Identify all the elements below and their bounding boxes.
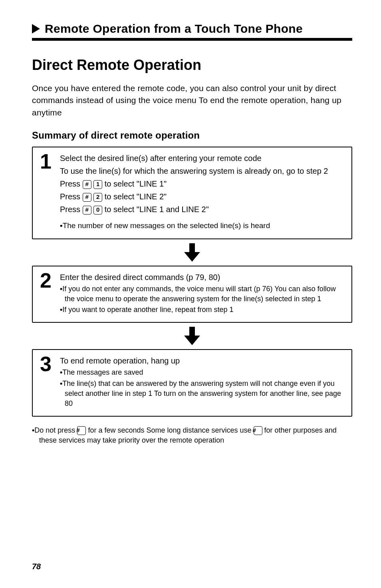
footnote: •Do not press # for a few seconds Some l… (32, 425, 352, 445)
step-3-line-1: To end remote operation, hang up (60, 355, 344, 367)
step-3-note-1: •The messages are saved (60, 368, 344, 377)
step-2-number: 2 (40, 271, 53, 316)
step-2-note-1: •If you do not enter any commands, the v… (60, 284, 344, 304)
step-1-line-1: Select the desired line(s) after enterin… (60, 152, 344, 164)
step-1-note-1: •The number of new messages on the selec… (60, 220, 344, 231)
header-title: Remote Operation from a Touch Tone Phone (45, 22, 303, 36)
step-1-number: 1 (40, 152, 53, 232)
main-title: Direct Remote Operation (32, 57, 352, 74)
step-2-body: Enter the desired direct commands (p 79,… (60, 271, 344, 316)
key-hash-icon: # (83, 180, 91, 189)
arrow-down-icon (184, 327, 200, 345)
step-3-box: 3 To end remote operation, hang up •The … (32, 349, 352, 417)
key-hash-icon: # (254, 426, 262, 435)
step-2-box: 2 Enter the desired direct commands (p 7… (32, 266, 352, 323)
step-3-note-2: •The line(s) that can be answered by the… (60, 379, 344, 409)
key-0-icon: 0 (93, 206, 102, 215)
page-header: Remote Operation from a Touch Tone Phone (32, 22, 352, 36)
arrow-down-2 (32, 327, 352, 345)
step-1-box: 1 Select the desired line(s) after enter… (32, 147, 352, 239)
key-2-icon: 2 (93, 193, 102, 202)
step-2-note-2: •If you want to operate another line, re… (60, 305, 344, 315)
summary-heading: Summary of direct remote operation (32, 130, 352, 141)
header-rule (32, 38, 352, 41)
step-1-press-3: Press # 0 to select "LINE 1 and LINE 2" (60, 203, 344, 215)
step-1-press-2: Press # 2 to select "LINE 2" (60, 191, 344, 203)
step-1-line-2: To use the line(s) for which the answeri… (60, 165, 344, 177)
key-hash-icon: # (83, 193, 91, 202)
key-hash-icon: # (77, 426, 86, 435)
key-1-icon: 1 (93, 180, 102, 189)
step-2-line-1: Enter the desired direct commands (p 79,… (60, 271, 344, 283)
step-3-body: To end remote operation, hang up •The me… (60, 355, 344, 409)
arrow-right-icon (32, 24, 40, 34)
key-hash-icon: # (83, 206, 91, 215)
arrow-down-icon (184, 243, 200, 262)
page-number: 78 (32, 562, 41, 571)
arrow-down-1 (32, 243, 352, 262)
intro-paragraph: Once you have entered the remote code, y… (32, 82, 352, 119)
step-3-number: 3 (40, 355, 53, 409)
step-1-body: Select the desired line(s) after enterin… (60, 152, 344, 232)
step-1-press-1: Press # 1 to select "LINE 1" (60, 178, 344, 190)
